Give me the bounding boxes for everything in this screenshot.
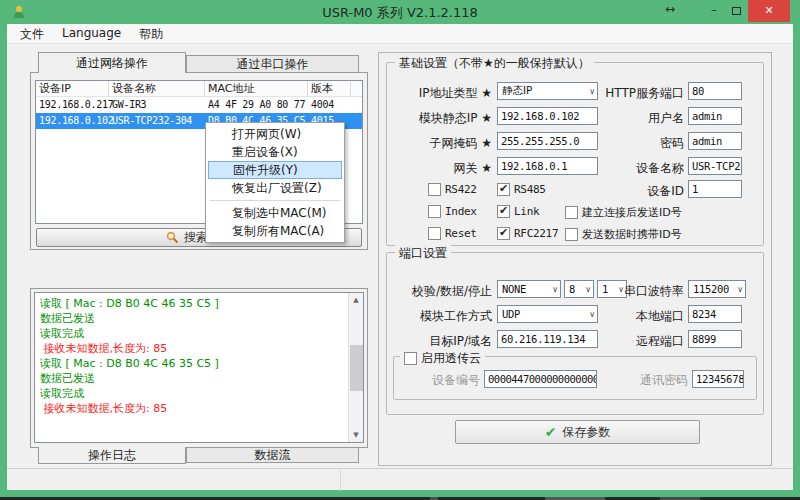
device-no-field[interactable]: 00004470000000000001 [484, 370, 597, 388]
subnet-label: 子网掩码 ★ [390, 135, 492, 152]
menu-item-restart-device[interactable]: 重启设备(X) [208, 143, 342, 161]
menu-language[interactable]: Language [53, 24, 130, 43]
log-line: 读取完成 [40, 386, 358, 401]
carry-id-checkbox[interactable]: 发送数据时携带ID号 [565, 227, 682, 242]
checkbox-checked-icon [497, 227, 510, 240]
scroll-down-icon[interactable]: ▼ [349, 428, 363, 442]
checkbox-icon [428, 205, 441, 218]
log-line: 读取完成 [40, 326, 358, 341]
menu-file[interactable]: 文件 [11, 24, 53, 43]
checkbox-checked-icon [497, 205, 510, 218]
save-params-button[interactable]: ✔ 保存参数 [455, 420, 700, 444]
index-checkbox[interactable]: Index [428, 205, 477, 218]
scroll-up-icon[interactable]: ▲ [349, 293, 363, 307]
col-header-mac[interactable]: MAC地址 [205, 81, 308, 96]
gateway-label: 网关 ★ [390, 160, 492, 177]
http-port-field[interactable]: 80 [688, 82, 742, 100]
table-row[interactable]: 192.168.0.217 GW-IR3 A4 4F 29 A0 80 77 4… [36, 97, 362, 113]
maximize-button[interactable] [726, 2, 746, 20]
cell-ip: 192.168.0.102 [39, 113, 109, 129]
menu-item-firmware-upgrade[interactable]: 固件升级(Y) [208, 161, 342, 179]
menu-item-factory-reset[interactable]: 恢复出厂设置(Z) [208, 179, 342, 197]
rfc2217-label: RFC2217 [514, 227, 558, 240]
work-mode-value: UDP [502, 308, 520, 320]
static-ip-label: 模块静态IP ★ [390, 110, 492, 127]
target-ip-label: 目标IP/域名 [390, 333, 492, 350]
minimize-button[interactable]: – [704, 2, 724, 20]
device-no-label: 设备编号 [400, 372, 480, 389]
device-id-field[interactable]: 1 [688, 180, 742, 198]
tab-data-stream[interactable]: 数据流 [186, 448, 359, 463]
local-port-label: 本地端口 [580, 308, 684, 325]
save-params-label: 保存参数 [562, 424, 610, 441]
port-settings-title: 端口设置 [395, 245, 451, 262]
databits-value: 8 [569, 283, 575, 295]
check-icon: ✔ [545, 424, 557, 440]
scrollbar-thumb[interactable] [350, 345, 363, 391]
rs422-label: RS422 [445, 183, 477, 196]
checkbox-icon [428, 183, 441, 196]
index-label: Index [445, 205, 477, 218]
log-line: 接收未知数据,长度为: 85 [40, 401, 358, 416]
remote-port-field[interactable]: 8899 [688, 330, 742, 348]
password-label: 密码 [580, 135, 684, 152]
link-label: Link [514, 205, 539, 218]
menu-item-copy-selected-mac[interactable]: 复制选中MAC(M) [208, 204, 342, 222]
http-port-label: HTTP服务端口 [580, 85, 684, 102]
enable-cloud-checkbox[interactable]: 启用透传云 [400, 350, 485, 367]
local-port-field[interactable]: 8234 [688, 305, 742, 323]
col-header-ip[interactable]: 设备IP [36, 81, 109, 96]
maximize-icon [732, 7, 741, 15]
app-window: USR-M0 系列 V2.1.2.118 ↔ – ✕ 文件 Language 帮… [0, 0, 800, 497]
search-icon [166, 231, 179, 244]
baud-value: 115200 [693, 283, 729, 295]
checkbox-icon [565, 228, 578, 241]
send-id-on-connect-label: 建立连接后发送ID号 [582, 205, 682, 220]
cell-ip: 192.168.0.217 [39, 97, 109, 113]
cell-mac: A4 4F 29 A0 80 77 [208, 97, 308, 113]
basic-settings-title: 基础设置（不带★的一般保持默认） [395, 55, 594, 72]
log-line: 数据已发送 [40, 371, 358, 386]
baud-label: 串口波特率 [580, 283, 684, 300]
device-table-header: 设备IP 设备名称 MAC地址 版本 [36, 81, 362, 97]
log-scrollbar[interactable]: ▲ ▼ [348, 293, 363, 442]
rfc2217-checkbox[interactable]: RFC2217 [497, 227, 558, 240]
device-name-field[interactable]: USR-TCP23 [688, 157, 742, 175]
reset-label: Reset [445, 227, 477, 240]
carry-id-label: 发送数据时携带ID号 [582, 227, 682, 242]
log-line: 读取 [ Mac : D8 B0 4C 46 35 C5 ] [40, 296, 358, 311]
log-line: 读取 [ Mac : D8 B0 4C 46 35 C5 ] [40, 356, 358, 371]
status-pane-left [7, 469, 340, 491]
col-header-name[interactable]: 设备名称 [109, 81, 205, 96]
baud-select[interactable]: 115200∨ [688, 280, 746, 298]
menu-item-copy-all-mac[interactable]: 复制所有MAC(A) [208, 222, 342, 240]
menu-help[interactable]: 帮助 [130, 24, 172, 43]
menu-item-open-webpage[interactable]: 打开网页(W) [208, 125, 342, 143]
rs485-label: RS485 [514, 183, 546, 196]
statusbar [7, 468, 793, 490]
username-field[interactable]: admin [688, 107, 742, 125]
chevron-down-icon: ∨ [737, 285, 743, 294]
titlebar[interactable]: USR-M0 系列 V2.1.2.118 ↔ – ✕ [0, 0, 800, 24]
send-id-on-connect-checkbox[interactable]: 建立连接后发送ID号 [565, 205, 682, 220]
ip-type-value: 静态IP [502, 84, 532, 98]
col-header-version[interactable]: 版本 [308, 81, 351, 96]
checkbox-icon [565, 206, 578, 219]
cell-version: 4004 [311, 97, 351, 113]
close-button[interactable]: ✕ [748, 0, 790, 22]
status-pane-right [340, 469, 793, 491]
menubar: 文件 Language 帮助 [7, 24, 793, 44]
enable-cloud-label: 启用透传云 [421, 350, 481, 367]
tab-network-operate[interactable]: 通过网络操作 [38, 52, 186, 73]
password-field[interactable]: admin [688, 132, 742, 150]
rs422-checkbox[interactable]: RS422 [428, 183, 477, 196]
reset-checkbox[interactable]: Reset [428, 227, 477, 240]
log-output[interactable]: 读取 [ Mac : D8 B0 4C 46 35 C5 ] 数据已发送 读取完… [34, 292, 364, 443]
log-line: 数据已发送 [40, 311, 358, 326]
link-checkbox[interactable]: Link [497, 205, 539, 218]
comm-password-field[interactable]: 12345678 [692, 370, 744, 388]
tab-operation-log[interactable]: 操作日志 [38, 447, 186, 464]
parity-select[interactable]: NONE∨ [497, 280, 561, 298]
tab-serial-operate[interactable]: 通过串口操作 [186, 55, 359, 72]
rs485-checkbox[interactable]: RS485 [497, 183, 546, 196]
